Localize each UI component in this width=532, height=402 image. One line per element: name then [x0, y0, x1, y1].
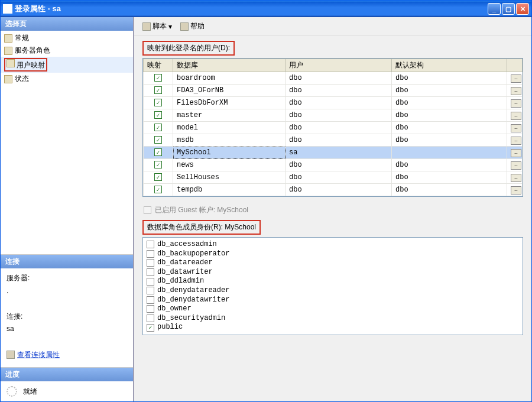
role-checkbox[interactable]: ✓ — [147, 241, 154, 248]
role-item[interactable]: ✓db_accessadmin — [147, 240, 519, 249]
role-item[interactable]: ✓db_securityadmin — [147, 314, 519, 323]
cell-user[interactable]: dbo — [286, 159, 392, 171]
map-checkbox[interactable]: ✓ — [154, 111, 162, 119]
cell-user[interactable]: dbo — [286, 134, 392, 147]
schema-browse-button[interactable]: … — [511, 99, 521, 108]
role-checkbox[interactable]: ✓ — [147, 250, 154, 258]
map-checkbox[interactable]: ✓ — [154, 161, 162, 168]
cell-db[interactable]: FilesDbForXM — [173, 97, 286, 109]
close-button[interactable]: ✕ — [516, 3, 529, 15]
cell-db[interactable]: tempdb — [173, 184, 286, 196]
schema-browse-button[interactable]: … — [511, 112, 521, 120]
table-row[interactable]: ✓tempdbdbodbo… — [144, 184, 523, 196]
maximize-button[interactable]: ▢ — [502, 3, 515, 15]
col-user[interactable]: 用户 — [286, 59, 392, 72]
cell-user[interactable]: dbo — [286, 72, 392, 85]
map-checkbox[interactable]: ✓ — [154, 173, 162, 181]
cell-schema[interactable]: dbo — [392, 72, 507, 85]
cell-user[interactable]: dbo — [286, 122, 392, 134]
role-checkbox[interactable]: ✓ — [147, 287, 154, 294]
role-checkbox[interactable]: ✓ — [147, 296, 154, 304]
cell-schema[interactable]: dbo — [392, 159, 507, 171]
cell-schema[interactable]: dbo — [392, 122, 507, 134]
cell-schema[interactable]: dbo — [392, 109, 507, 122]
schema-browse-button[interactable]: … — [511, 74, 521, 83]
map-checkbox[interactable]: ✓ — [154, 136, 162, 144]
script-button[interactable]: 脚本 ▾ — [140, 21, 174, 32]
schema-browse-button[interactable]: … — [511, 137, 521, 145]
sidebar-item-status[interactable]: 状态 — [1, 73, 133, 85]
cell-schema[interactable]: dbo — [392, 85, 507, 97]
minimize-button[interactable]: _ — [488, 3, 501, 15]
cell-user[interactable]: dbo — [286, 97, 392, 109]
map-checkbox[interactable]: ✓ — [154, 186, 162, 193]
guest-checkbox: ✓ — [144, 206, 151, 214]
role-checkbox[interactable]: ✓ — [147, 315, 154, 322]
map-checkbox[interactable]: ✓ — [154, 86, 162, 94]
cell-user[interactable]: dbo — [286, 171, 392, 184]
sidebar-item-user-mapping[interactable]: 用户映射 — [1, 57, 133, 73]
table-row[interactable]: ✓MySchoolsa… — [144, 147, 523, 159]
schema-browse-button[interactable]: … — [511, 149, 521, 157]
cell-db[interactable]: msdb — [173, 134, 286, 147]
role-checkbox[interactable]: ✓ — [147, 259, 154, 267]
col-db[interactable]: 数据库 — [173, 59, 286, 72]
role-checkbox[interactable]: ✓ — [147, 324, 154, 332]
table-row[interactable]: ✓newsdbodbo… — [144, 159, 523, 171]
cell-db[interactable]: MySchool — [173, 147, 286, 159]
role-checkbox[interactable]: ✓ — [147, 305, 154, 313]
sidebar-item-server-roles[interactable]: 服务器角色 — [1, 44, 133, 57]
sidebar-item-general[interactable]: 常规 — [1, 32, 133, 44]
map-checkbox[interactable]: ✓ — [154, 148, 162, 156]
cell-db[interactable]: boardroom — [173, 72, 286, 85]
cell-schema[interactable]: dbo — [392, 171, 507, 184]
table-row[interactable]: ✓modeldbodbo… — [144, 122, 523, 134]
schema-browse-button[interactable]: … — [511, 186, 521, 194]
table-row[interactable]: ✓FDA3_OForNBdbodbo… — [144, 85, 523, 97]
help-button[interactable]: 帮助 — [178, 21, 207, 32]
role-item[interactable]: ✓db_datareader — [147, 258, 519, 268]
role-item[interactable]: ✓db_datawriter — [147, 268, 519, 277]
role-item[interactable]: ✓db_backupoperator — [147, 249, 519, 259]
table-row[interactable]: ✓masterdbodbo… — [144, 109, 523, 122]
cell-schema[interactable]: dbo — [392, 134, 507, 147]
cell-db[interactable]: FDA3_OForNB — [173, 85, 286, 97]
cell-schema[interactable]: dbo — [392, 97, 507, 109]
cell-user[interactable]: dbo — [286, 184, 392, 196]
role-checkbox[interactable]: ✓ — [147, 278, 154, 286]
view-connection-props-link[interactable]: 查看连接属性 — [7, 349, 60, 362]
cell-user[interactable]: sa — [286, 147, 392, 159]
table-row[interactable]: ✓FilesDbForXMdbodbo… — [144, 97, 523, 109]
role-item[interactable]: ✓db_denydatareader — [147, 286, 519, 296]
map-checkbox[interactable]: ✓ — [154, 99, 162, 106]
cell-db[interactable]: model — [173, 122, 286, 134]
map-checkbox[interactable]: ✓ — [154, 124, 162, 131]
role-item[interactable]: ✓db_ddladmin — [147, 277, 519, 286]
roles-listbox[interactable]: ✓db_accessadmin✓db_backupoperator✓db_dat… — [142, 237, 523, 335]
cell-schema[interactable]: dbo — [392, 184, 507, 196]
table-row[interactable]: ✓SellHousesdbodbo… — [144, 171, 523, 184]
titlebar[interactable]: 登录属性 - sa _ ▢ ✕ — [1, 1, 531, 17]
schema-browse-button[interactable]: … — [511, 161, 521, 170]
sidebar: 选择页 常规 服务器角色 用户映射 状态 连接 服务器: . 连接: sa — [1, 17, 134, 401]
role-item[interactable]: ✓public — [147, 323, 519, 332]
cell-user[interactable]: dbo — [286, 85, 392, 97]
role-item[interactable]: ✓db_owner — [147, 304, 519, 314]
role-item[interactable]: ✓db_denydatawriter — [147, 296, 519, 305]
schema-browse-button[interactable]: … — [511, 124, 521, 132]
cell-db[interactable]: master — [173, 109, 286, 122]
mapping-grid[interactable]: 映射 数据库 用户 默认架构 ✓boardroomdbodbo…✓FDA3_OF… — [142, 58, 523, 197]
col-map[interactable]: 映射 — [144, 59, 173, 72]
role-checkbox[interactable]: ✓ — [147, 268, 154, 276]
role-name: db_ddladmin — [157, 277, 204, 286]
table-row[interactable]: ✓msdbdbodbo… — [144, 134, 523, 147]
cell-schema[interactable] — [392, 147, 507, 159]
cell-db[interactable]: news — [173, 159, 286, 171]
col-schema[interactable]: 默认架构 — [392, 59, 507, 72]
schema-browse-button[interactable]: … — [511, 87, 521, 95]
table-row[interactable]: ✓boardroomdbodbo… — [144, 72, 523, 85]
cell-db[interactable]: SellHouses — [173, 171, 286, 184]
schema-browse-button[interactable]: … — [511, 174, 521, 182]
map-checkbox[interactable]: ✓ — [154, 74, 162, 82]
cell-user[interactable]: dbo — [286, 109, 392, 122]
